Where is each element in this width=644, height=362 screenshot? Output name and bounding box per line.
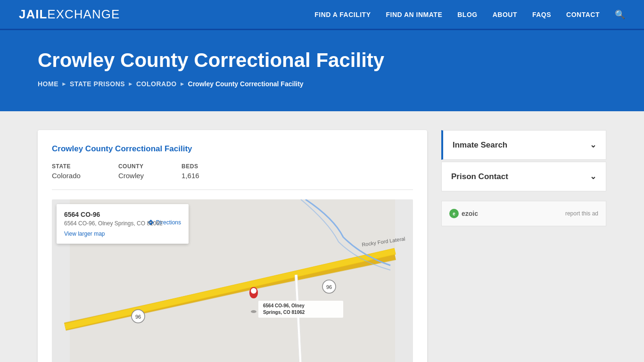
nav-blog[interactable]: BLOG xyxy=(457,11,477,18)
breadcrumb: Home ► State Prisons ► Colorado ► Crowle… xyxy=(38,80,606,88)
county-info: COUNTY Crowley xyxy=(118,163,144,180)
logo-jail: JAIL xyxy=(19,7,47,22)
search-button[interactable]: 🔍 xyxy=(615,9,625,20)
logo-exchange: EXCHANGE xyxy=(47,7,120,22)
prison-contact-chevron: ⌄ xyxy=(590,172,596,181)
beds-label: BEDS xyxy=(182,163,199,170)
nav-about[interactable]: ABOUT xyxy=(493,11,517,18)
state-label: STATE xyxy=(52,163,81,170)
state-value: Colorado xyxy=(52,172,81,180)
inmate-search-accordion[interactable]: Inmate Search ⌄ xyxy=(441,130,606,160)
county-value: Crowley xyxy=(118,172,144,180)
ezoic-logo: e ezoic xyxy=(449,209,478,218)
nav-find-inmate[interactable]: FIND AN INMATE xyxy=(386,11,442,18)
facility-details-panel: Crowley County Correctional Facility STA… xyxy=(38,130,427,362)
breadcrumb-state[interactable]: Colorado xyxy=(136,80,177,88)
ezoic-label: ezoic xyxy=(462,210,478,217)
breadcrumb-current: Crowley County Correctional Facility xyxy=(188,80,304,88)
prison-contact-label: Prison Contact xyxy=(451,172,508,181)
prison-contact-header[interactable]: Prison Contact ⌄ xyxy=(442,162,606,191)
svg-text:Springs, CO 81062: Springs, CO 81062 xyxy=(263,310,305,315)
svg-text:6564 CO-96, Olney: 6564 CO-96, Olney xyxy=(263,303,305,308)
prison-contact-accordion[interactable]: Prison Contact ⌄ xyxy=(441,162,606,191)
svg-point-17 xyxy=(251,288,256,294)
info-grid: STATE Colorado COUNTY Crowley BEDS 1,616 xyxy=(52,163,413,180)
right-panel: Inmate Search ⌄ Prison Contact ⌄ e ezoic… xyxy=(441,130,606,362)
page-title: Crowley County Correctional Facility xyxy=(38,49,606,72)
beds-info: BEDS 1,616 xyxy=(182,163,199,180)
site-logo[interactable]: JAILEXCHANGE xyxy=(19,7,120,22)
breadcrumb-sep-3: ► xyxy=(180,81,185,87)
view-larger-map-link[interactable]: View larger map xyxy=(64,230,181,237)
nav-faqs[interactable]: FAQs xyxy=(532,11,551,18)
breadcrumb-sep-1: ► xyxy=(61,81,67,87)
divider xyxy=(52,189,413,190)
breadcrumb-home[interactable]: Home xyxy=(38,80,58,88)
beds-value: 1,616 xyxy=(182,172,199,180)
svg-text:96: 96 xyxy=(135,314,141,320)
breadcrumb-state-prisons[interactable]: State Prisons xyxy=(70,80,125,88)
breadcrumb-sep-2: ► xyxy=(128,81,133,87)
state-info: STATE Colorado xyxy=(52,163,81,180)
site-header: JAILEXCHANGE FIND A FACILITY FIND AN INM… xyxy=(0,0,644,30)
inmate-search-label: Inmate Search xyxy=(453,140,507,150)
facility-name: Crowley County Correctional Facility xyxy=(52,144,413,154)
svg-point-16 xyxy=(251,310,256,313)
nav-find-facility[interactable]: FIND A FACILITY xyxy=(314,11,371,18)
hero-section: Crowley County Correctional Facility Hom… xyxy=(0,30,644,111)
report-ad-link[interactable]: report this ad xyxy=(565,210,598,217)
inmate-search-chevron: ⌄ xyxy=(590,140,596,150)
ezoic-icon: e xyxy=(449,209,459,218)
county-label: COUNTY xyxy=(118,163,144,170)
inmate-search-header[interactable]: Inmate Search ⌄ xyxy=(443,131,606,159)
nav-contact[interactable]: CONTACT xyxy=(566,11,600,18)
main-nav: FIND A FACILITY FIND AN INMATE BLOG ABOU… xyxy=(314,9,625,20)
map-info-box: 6564 CO-96 6564 CO-96, Olney Springs, CO… xyxy=(57,204,189,244)
map-container: 6564 CO-96 6564 CO-96, Olney Springs, CO… xyxy=(52,199,413,362)
svg-text:96: 96 xyxy=(326,284,332,290)
ad-container: e ezoic report this ad xyxy=(441,201,606,226)
main-content: Crowley County Correctional Facility STA… xyxy=(0,111,644,362)
map-address-title: 6564 CO-96 xyxy=(64,211,181,218)
